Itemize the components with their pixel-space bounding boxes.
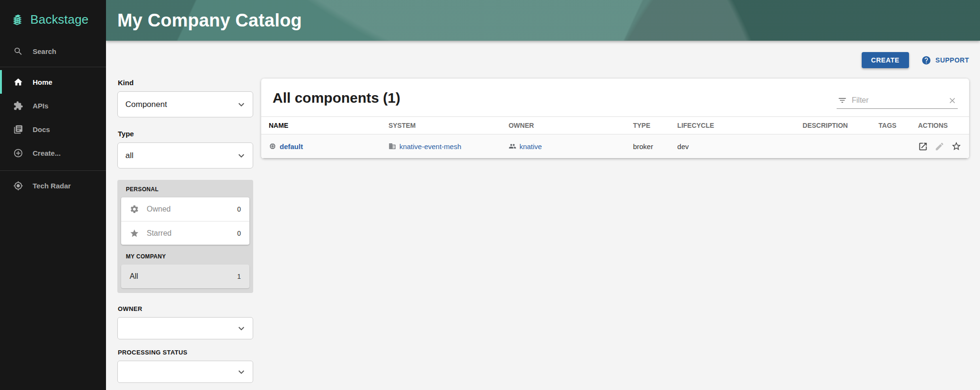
open-in-new-icon[interactable] bbox=[918, 142, 928, 151]
chevron-down-icon bbox=[236, 150, 247, 161]
page-title: My Company Catalog bbox=[106, 10, 302, 31]
sidebar-item-label: Create... bbox=[33, 149, 61, 157]
type-select[interactable]: all bbox=[117, 142, 253, 168]
sidebar-item-label: Search bbox=[33, 47, 56, 55]
system-cell: knative-event-mesh bbox=[388, 142, 494, 151]
lifecycle-cell: dev bbox=[670, 134, 795, 159]
filter-list-icon[interactable] bbox=[838, 96, 847, 105]
main-content: CREATE SUPPORT Kind Component Type all bbox=[106, 41, 980, 390]
sidebar-divider bbox=[0, 67, 106, 67]
owner-link[interactable]: knative bbox=[520, 142, 542, 151]
starred-count: 0 bbox=[237, 230, 241, 237]
owned-label: Owned bbox=[147, 205, 171, 213]
owned-filter-item[interactable]: Owned 0 bbox=[121, 197, 249, 221]
entity-link[interactable]: default bbox=[280, 142, 303, 151]
filters-panel: Kind Component Type all PERSONAL bbox=[117, 79, 253, 390]
system-link[interactable]: knative-event-mesh bbox=[399, 142, 461, 151]
table-filter bbox=[837, 93, 958, 109]
company-section-label: MY COMPANY bbox=[126, 253, 245, 260]
table-filter-input[interactable] bbox=[852, 96, 943, 105]
home-icon bbox=[13, 77, 23, 87]
actions-cell bbox=[918, 141, 962, 151]
chip-icon bbox=[269, 142, 276, 150]
type-select-value: all bbox=[125, 151, 133, 160]
owner-cell: knative bbox=[509, 142, 618, 151]
owned-count: 0 bbox=[237, 205, 241, 213]
sidebar-item-apis[interactable]: APIs bbox=[0, 94, 106, 117]
sidebar-item-docs[interactable]: Docs bbox=[0, 117, 106, 141]
starred-filter-item[interactable]: Starred 0 bbox=[121, 221, 249, 245]
owner-select[interactable] bbox=[117, 317, 253, 339]
column-header-type[interactable]: TYPE bbox=[626, 117, 670, 134]
owner-label: OWNER bbox=[118, 305, 253, 312]
create-button[interactable]: CREATE bbox=[862, 52, 909, 68]
personal-card: Owned 0 Starred 0 bbox=[121, 197, 249, 245]
all-label: All bbox=[130, 272, 138, 281]
column-header-lifecycle[interactable]: LIFECYCLE bbox=[670, 117, 795, 134]
chevron-down-icon bbox=[236, 99, 247, 110]
puzzle-icon bbox=[13, 101, 23, 111]
components-table: NAME SYSTEM OWNER TYPE LIFECYCLE DESCRIP… bbox=[261, 116, 969, 159]
support-button[interactable]: SUPPORT bbox=[921, 55, 969, 65]
type-label: Type bbox=[118, 130, 253, 138]
backstage-logo-icon bbox=[10, 13, 25, 27]
column-header-system[interactable]: SYSTEM bbox=[381, 117, 501, 134]
sidebar-item-label: Docs bbox=[33, 125, 50, 133]
tags-cell bbox=[871, 134, 910, 159]
personal-section-label: PERSONAL bbox=[126, 186, 245, 193]
chevron-down-icon bbox=[236, 323, 247, 334]
sidebar-item-create[interactable]: Create... bbox=[0, 141, 106, 165]
edit-icon[interactable] bbox=[935, 142, 945, 151]
sidebar-item-label: APIs bbox=[33, 102, 48, 110]
content-toolbar: CREATE SUPPORT bbox=[117, 52, 969, 68]
sidebar-item-home[interactable]: Home bbox=[0, 70, 106, 94]
sidebar-item-search[interactable]: Search bbox=[0, 38, 106, 64]
column-header-tags[interactable]: TAGS bbox=[871, 117, 910, 134]
star-border-icon[interactable] bbox=[951, 141, 962, 151]
name-cell: default bbox=[269, 142, 373, 151]
clear-filter-icon[interactable] bbox=[948, 96, 957, 105]
description-cell bbox=[795, 134, 871, 159]
all-count: 1 bbox=[237, 273, 241, 280]
column-header-name[interactable]: NAME bbox=[261, 117, 381, 134]
ownership-panel: PERSONAL Owned 0 Starred 0 bbox=[117, 180, 253, 293]
chevron-down-icon bbox=[236, 366, 247, 378]
column-header-actions: ACTIONS bbox=[910, 117, 969, 134]
table-header-row: NAME SYSTEM OWNER TYPE LIFECYCLE DESCRIP… bbox=[261, 117, 969, 134]
brand-name: Backstage bbox=[30, 12, 88, 27]
docs-icon bbox=[13, 124, 23, 134]
sidebar-item-label: Home bbox=[33, 78, 53, 86]
all-filter-item[interactable]: All 1 bbox=[121, 265, 249, 288]
sidebar: Backstage Search Home APIs Docs Create..… bbox=[0, 0, 106, 390]
page-header: My Company Catalog bbox=[106, 0, 980, 41]
type-cell: broker bbox=[626, 134, 670, 159]
kind-select-value: Component bbox=[125, 100, 167, 109]
processing-status-select[interactable] bbox=[117, 361, 253, 383]
support-label: SUPPORT bbox=[936, 56, 969, 64]
table-row: default knative-event-mesh bbox=[261, 134, 969, 159]
target-icon bbox=[13, 181, 23, 191]
sidebar-item-tech-radar[interactable]: Tech Radar bbox=[0, 174, 106, 197]
gear-icon bbox=[130, 204, 139, 214]
kind-label: Kind bbox=[118, 79, 253, 87]
components-table-card: All components (1) NAME SYSTEM bbox=[261, 79, 969, 159]
group-icon bbox=[509, 142, 516, 150]
help-icon bbox=[921, 55, 931, 65]
column-header-description[interactable]: DESCRIPTION bbox=[795, 117, 871, 134]
sidebar-divider bbox=[0, 170, 106, 171]
kind-select[interactable]: Component bbox=[117, 91, 253, 117]
table-title: All components (1) bbox=[273, 90, 400, 106]
star-icon bbox=[130, 229, 139, 238]
column-header-owner[interactable]: OWNER bbox=[501, 117, 626, 134]
processing-status-label: PROCESSING STATUS bbox=[118, 349, 253, 356]
sidebar-item-label: Tech Radar bbox=[33, 182, 71, 190]
starred-label: Starred bbox=[147, 229, 171, 238]
plus-circle-icon bbox=[13, 148, 23, 158]
table-card-header: All components (1) bbox=[261, 79, 969, 116]
backstage-logo[interactable]: Backstage bbox=[0, 0, 106, 38]
search-icon bbox=[13, 46, 23, 56]
building-icon bbox=[388, 142, 396, 150]
